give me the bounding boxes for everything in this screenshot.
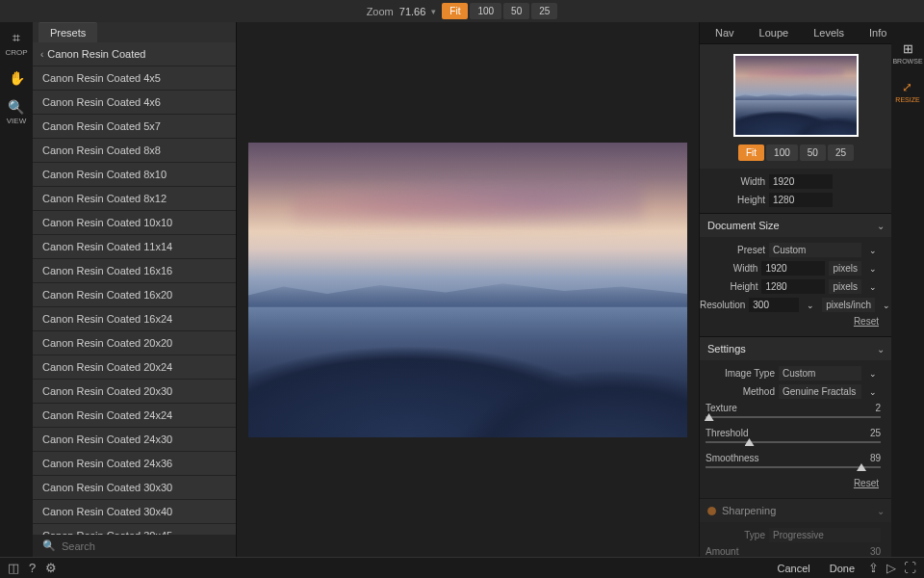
zoom-button-group: Fit 100 50 25 [442,3,557,19]
doc-size-title: Document Size [707,220,780,231]
browse-label: Browse [892,58,922,65]
chevron-down-icon[interactable]: ⌄ [879,301,892,310]
crop-label: Crop [5,48,27,57]
presets-search: 🔍 [33,535,236,557]
preset-item[interactable]: Canon Resin Coated 10x10 [33,211,236,235]
preset-item[interactable]: Canon Resin Coated 16x16 [33,259,236,283]
preset-item[interactable]: Canon Resin Coated 8x12 [33,187,236,211]
method-select[interactable]: Genuine Fractals [779,384,861,399]
left-tool-strip: ⌗ Crop ✋ 🔍 View [0,22,33,557]
zoom-fit-button[interactable]: Fit [442,3,468,19]
doc-height-unit[interactable]: pixels [829,279,861,294]
resize-icon: ⤢ [902,80,912,94]
zoom-100-button[interactable]: 100 [470,3,501,19]
presets-panel: Presets ‹ Canon Resin Coated Canon Resin… [33,22,237,557]
pixel-height-input[interactable] [769,193,833,207]
chevron-down-icon[interactable]: ⌄ [865,387,881,397]
done-button[interactable]: Done [824,561,860,576]
presets-back-button[interactable]: ‹ Canon Resin Coated [33,42,236,66]
texture-slider[interactable]: Texture2 [700,401,886,426]
preset-item[interactable]: Canon Resin Coated 30x40 [33,500,236,524]
preset-item[interactable]: Canon Resin Coated 8x8 [33,139,236,163]
nav-zoom-100[interactable]: 100 [766,144,798,161]
smoothness-slider[interactable]: Smoothness89 [700,451,886,476]
doc-size-reset[interactable]: Reset [700,314,886,332]
right-panel: Nav Loupe Levels Info Fit 100 50 25 [699,22,924,557]
dual-view-icon[interactable]: ◫ [8,561,19,575]
nav-zoom-25[interactable]: 25 [828,144,854,161]
chevron-down-icon[interactable]: ⌄ [865,282,881,292]
nav-zoom-fit[interactable]: Fit [738,144,764,161]
gear-icon[interactable]: ⚙ [45,561,57,575]
preset-item[interactable]: Canon Resin Coated 16x24 [33,307,236,331]
settings-header[interactable]: Settings ⌄ [700,337,892,360]
chevron-down-icon[interactable]: ⌄ [865,264,881,274]
chevron-down-icon[interactable]: ⌄ [865,246,881,255]
main-image [248,143,687,437]
doc-size-header[interactable]: Document Size ⌄ [700,214,892,237]
view-label: View [7,117,26,125]
settings-reset[interactable]: Reset [700,476,886,494]
browse-icon: ⊞ [903,41,913,56]
preset-select[interactable]: Custom [769,243,861,257]
bottom-bar: ◫ ? ⚙ Cancel Done ⇪ ▷ ⛶ [0,557,924,578]
sharpening-toggle[interactable] [707,507,716,515]
preset-item[interactable]: Canon Resin Coated 5x7 [33,115,236,139]
chevron-down-icon[interactable]: ⌄ [803,301,818,310]
preset-item[interactable]: Canon Resin Coated 24x36 [33,452,236,476]
nav-thumbnail[interactable] [733,54,859,137]
right-tool-strip: ⊞ Browse ⤢ Resize [891,22,924,557]
crop-icon: ⌗ [13,30,20,46]
pan-tool[interactable]: ✋ [9,70,25,86]
tab-nav[interactable]: Nav [704,22,746,43]
sharp-type-select[interactable]: Progressive [769,528,881,542]
crop-tool[interactable]: ⌗ Crop [5,30,27,57]
image-type-select[interactable]: Custom [779,366,861,381]
doc-res-input[interactable] [749,298,799,312]
help-icon[interactable]: ? [29,561,36,575]
tab-levels[interactable]: Levels [802,22,856,43]
view-tool[interactable]: 🔍 View [7,99,26,125]
preset-item[interactable]: Canon Resin Coated 4x5 [33,66,236,91]
pixel-width-input[interactable] [769,174,833,189]
share-icon[interactable]: ⇪ [868,561,879,575]
preset-item[interactable]: Canon Resin Coated 20x24 [33,355,236,380]
presets-tab[interactable]: Presets [38,22,97,42]
preset-item[interactable]: Canon Resin Coated 30x30 [33,476,236,500]
nav-zoom-50[interactable]: 50 [800,144,826,161]
preset-item[interactable]: Canon Resin Coated 24x30 [33,428,236,452]
preset-item[interactable]: Canon Resin Coated 16x20 [33,283,236,307]
sharpening-header[interactable]: Sharpening ⌄ [700,499,892,522]
fullscreen-icon[interactable]: ⛶ [904,561,916,575]
preset-item[interactable]: Canon Resin Coated 30x45 [33,524,236,535]
export-icon[interactable]: ▷ [886,561,896,575]
chevron-down-icon[interactable]: ▾ [431,7,436,16]
preset-item[interactable]: Canon Resin Coated 20x30 [33,380,236,404]
threshold-slider[interactable]: Threshold25 [700,426,886,451]
chevron-down-icon[interactable]: ⌄ [865,369,881,379]
zoom-50-button[interactable]: 50 [503,3,529,19]
zoom-25-button[interactable]: 25 [531,3,557,19]
preset-item[interactable]: Canon Resin Coated 24x24 [33,404,236,428]
chevron-left-icon: ‹ [40,49,43,60]
resize-tool[interactable]: ⤢ Resize [895,80,919,103]
resize-label: Resize [895,96,919,103]
preset-item[interactable]: Canon Resin Coated 4x6 [33,91,236,115]
preset-item[interactable]: Canon Resin Coated 8x10 [33,163,236,187]
preset-item[interactable]: Canon Resin Coated 11x14 [33,235,236,259]
top-toolbar: Zoom 71.66 ▾ Fit 100 50 25 [0,0,924,22]
doc-width-input[interactable] [761,261,825,276]
canvas-area[interactable] [237,22,699,557]
doc-height-input[interactable] [761,279,825,294]
cancel-button[interactable]: Cancel [771,561,815,576]
section-sharpening: Sharpening ⌄ Type Progressive Amount30 P… [700,498,892,557]
doc-width-unit[interactable]: pixels [829,261,861,276]
doc-res-unit[interactable]: pixels/inch [822,298,875,312]
amount-slider[interactable]: Amount30 [700,544,886,557]
browse-tool[interactable]: ⊞ Browse [892,41,922,65]
preset-list[interactable]: Canon Resin Coated 4x5Canon Resin Coated… [33,66,236,535]
preset-item[interactable]: Canon Resin Coated 20x20 [33,331,236,355]
search-input[interactable] [62,540,226,552]
tab-loupe[interactable]: Loupe [748,22,801,43]
zoom-value[interactable]: 71.66 [399,6,426,17]
